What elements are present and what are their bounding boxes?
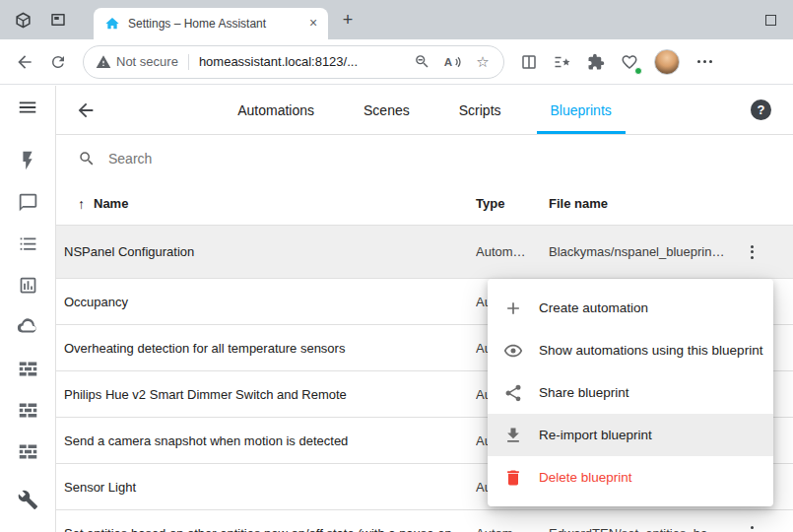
sort-ascending-icon[interactable]: ↑ [78, 196, 85, 212]
list-icon [18, 233, 38, 254]
read-aloud-button[interactable]: A [439, 49, 465, 75]
security-label[interactable]: Not secure [116, 54, 178, 69]
refresh-button[interactable] [43, 47, 73, 77]
browser-tab[interactable]: Settings – Home Assistant × [94, 8, 328, 39]
row-menu-button[interactable] [738, 519, 765, 532]
menu-item-reimport-blueprint[interactable]: Re-import blueprint [488, 414, 773, 456]
sidebar-item-devices[interactable] [6, 347, 49, 388]
search-icon [78, 150, 96, 167]
column-type[interactable]: Type [476, 196, 549, 211]
ha-header: Automations Scenes Scripts Blueprints ? [56, 86, 793, 135]
share-icon [503, 383, 523, 403]
table-row[interactable]: NSPanel Configuration Autom… Blackymas/n… [56, 226, 793, 279]
tab-scripts[interactable]: Scripts [445, 86, 515, 134]
sidebar-item-cloud[interactable] [6, 305, 49, 347]
menu-item-create-automation[interactable]: Create automation [488, 287, 773, 329]
hamburger-icon [17, 97, 38, 118]
table-header: ↑ Name Type File name [56, 182, 793, 226]
svg-text:A: A [444, 55, 453, 68]
address-bar[interactable]: Not secure homeassistant.local:8123/... … [83, 45, 504, 79]
sidebar-menu-button[interactable] [6, 86, 49, 129]
browser-toolbar: Not secure homeassistant.local:8123/... … [0, 39, 793, 85]
read-aloud-icon: A [442, 52, 462, 72]
download-icon [503, 426, 523, 445]
maximize-button[interactable] [756, 6, 785, 33]
new-tab-button[interactable]: + [336, 9, 360, 33]
workspaces-icon [14, 11, 33, 30]
favorites-hub-icon [554, 53, 571, 71]
search-row [56, 135, 793, 182]
split-screen-icon [520, 53, 538, 71]
row-menu-button[interactable] [738, 238, 765, 266]
extensions-button[interactable] [581, 47, 611, 77]
back-button[interactable] [10, 47, 39, 77]
menu-item-share-blueprint[interactable]: Share blueprint [488, 371, 773, 414]
column-name-label: Name [94, 196, 128, 211]
chat-icon [18, 192, 38, 213]
bricks-icon [18, 399, 38, 420]
column-name[interactable]: ↑ Name [64, 196, 476, 212]
more-icon [697, 60, 712, 63]
chart-box-icon [18, 275, 38, 296]
url-text[interactable]: homeassistant.local:8123/... [199, 54, 404, 69]
home-assistant-favicon [104, 16, 120, 32]
extensions-puzzle-icon [587, 53, 605, 71]
plus-icon [503, 299, 523, 318]
zoom-out-button[interactable] [409, 49, 434, 75]
not-secure-warning-icon [96, 54, 111, 70]
sidebar-item-history[interactable] [6, 264, 49, 305]
menu-item-show-automations[interactable]: Show automations using this blueprint [488, 329, 773, 371]
cloud-icon [17, 315, 38, 337]
tab-scenes[interactable]: Scenes [350, 86, 424, 134]
wrench-icon [18, 490, 38, 510]
tab-blueprints[interactable]: Blueprints [537, 86, 626, 134]
table-row[interactable]: Set entities based on other entities new… [56, 510, 793, 532]
refresh-icon [49, 53, 67, 71]
tab-actions-button[interactable] [45, 7, 71, 33]
browser-essentials-button[interactable] [615, 47, 644, 77]
bricks-icon [18, 440, 38, 461]
window-controls [756, 6, 785, 33]
tab-close-icon[interactable]: × [304, 15, 322, 33]
back-icon [15, 52, 34, 72]
blueprint-context-menu: Create automation Show automations using… [488, 279, 773, 506]
favorites-button[interactable] [548, 47, 577, 77]
trash-icon [503, 468, 523, 488]
split-screen-button[interactable] [514, 47, 544, 77]
ha-sidebar [0, 86, 56, 532]
search-input[interactable] [108, 151, 424, 166]
column-file[interactable]: File name [549, 196, 726, 211]
browser-titlebar: Settings – Home Assistant × + [0, 0, 793, 39]
settings-more-button[interactable] [690, 47, 719, 77]
tab-automations[interactable]: Automations [224, 86, 328, 134]
ha-tab-bar: Automations Scenes Scripts Blueprints [56, 86, 793, 134]
sidebar-item-logbook[interactable] [6, 223, 49, 264]
help-button[interactable]: ? [751, 100, 771, 120]
eye-icon [503, 341, 523, 361]
tab-actions-icon [49, 11, 67, 29]
essentials-status-badge [634, 67, 642, 75]
zoom-out-icon [414, 53, 430, 70]
sidebar-item-energy[interactable] [6, 140, 49, 181]
sidebar-item-addons[interactable] [6, 430, 49, 471]
address-divider [188, 54, 189, 70]
sidebar-item-developer-tools[interactable] [6, 479, 49, 520]
tab-title: Settings – Home Assistant [128, 17, 297, 31]
profile-avatar[interactable] [654, 49, 680, 75]
sidebar-item-integrations[interactable] [6, 388, 49, 430]
ha-back-button[interactable] [74, 99, 98, 122]
workspaces-button[interactable] [10, 7, 35, 33]
bricks-icon [18, 358, 38, 378]
favorite-star-button[interactable]: ☆ [470, 49, 496, 75]
back-icon [75, 100, 97, 121]
sidebar-item-assist[interactable] [6, 181, 49, 223]
maximize-icon [765, 15, 776, 26]
flash-icon [17, 150, 38, 171]
menu-item-delete-blueprint[interactable]: Delete blueprint [488, 456, 773, 499]
